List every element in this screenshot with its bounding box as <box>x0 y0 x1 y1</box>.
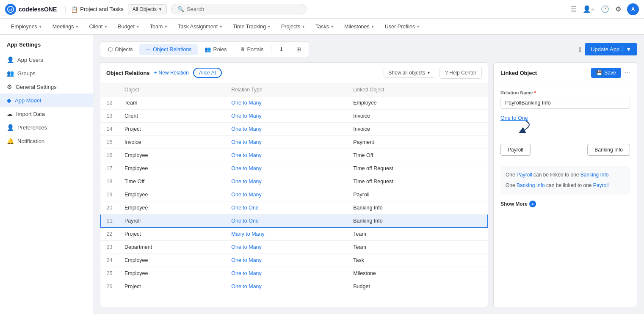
show-all-dropdown[interactable]: Show all objects ▼ <box>384 68 435 78</box>
table-row[interactable]: 14 Project One to Many Invoice <box>101 123 488 136</box>
table-row[interactable]: 22 Project Many to Many Team <box>101 228 488 241</box>
cell-relation-type[interactable]: One to Many <box>225 254 347 267</box>
table-section: Object Relations + New Relation Alice AI… <box>100 62 488 307</box>
show-more-button[interactable]: Show More + <box>500 201 630 207</box>
table-row[interactable]: 18 Time Off One to Many Time off Request <box>101 175 488 188</box>
cell-relation-type[interactable]: One to One <box>225 201 347 215</box>
cell-relation-type[interactable]: One to Many <box>225 110 347 123</box>
cell-linked-object: Team <box>347 228 487 241</box>
more-button[interactable]: ··· <box>625 69 630 77</box>
tab-grid[interactable]: ⊞ <box>290 44 307 55</box>
all-objects-dropdown[interactable]: All Objects ▼ <box>128 4 167 14</box>
table-row[interactable]: 24 Employee One to Many Task <box>101 254 488 267</box>
panel-header: Linked Object 💾 Save ··· <box>494 63 637 83</box>
search-box[interactable]: 🔍 <box>171 4 307 14</box>
table-row[interactable]: 20 Employee One to One Banking Info <box>101 201 488 215</box>
description-line-2: One Banking Info can be linked to one Pa… <box>506 182 625 190</box>
cell-relation-type[interactable]: One to Many <box>225 149 347 162</box>
cell-linked-object: Banking Info <box>347 201 487 215</box>
tab-download[interactable]: ⬇ <box>273 44 290 55</box>
table-row[interactable]: 19 Employee One to Many Payroll <box>101 188 488 201</box>
save-button[interactable]: 💾 Save <box>591 68 621 78</box>
tab-objects[interactable]: ⬡ Objects <box>102 44 138 55</box>
help-center-button[interactable]: ? Help Center <box>439 67 482 79</box>
nav-projects[interactable]: Projects ▼ <box>277 21 310 32</box>
table-row[interactable]: 16 Employee One to Many Time Off <box>101 149 488 162</box>
sidebar-item-general-settings[interactable]: ⚙ General Settings <box>0 80 93 94</box>
table-row[interactable]: 21 Payroll One to One Banking Info <box>101 215 488 228</box>
tab-object-relations[interactable]: ↔ Object Relations <box>139 44 197 55</box>
tab-portals[interactable]: 🖥 Portals <box>234 44 270 55</box>
sidebar-item-app-users[interactable]: 👤 App Users <box>0 53 93 66</box>
cell-num: 22 <box>101 228 119 241</box>
relation-type-link[interactable]: One to One <box>500 115 528 121</box>
nav-budget[interactable]: Budget ▼ <box>113 21 144 32</box>
cell-relation-type[interactable]: One to Many <box>225 241 347 254</box>
nav-team[interactable]: Team ▼ <box>146 21 172 32</box>
desc2-link1[interactable]: Banking Info <box>517 182 545 188</box>
tab-roles[interactable]: 👥 Roles <box>199 44 233 55</box>
avatar[interactable]: A <box>627 3 639 15</box>
desc1-link2[interactable]: Banking Info <box>580 172 609 178</box>
cell-relation-type[interactable]: One to Many <box>225 136 347 149</box>
nav-user-profiles[interactable]: User Profiles ▼ <box>381 21 424 32</box>
desc1-link1[interactable]: Payroll <box>517 172 532 178</box>
panel-actions: 💾 Save ··· <box>591 68 630 78</box>
relation-name-input[interactable] <box>500 97 630 109</box>
cell-relation-type[interactable]: One to Many <box>225 267 347 280</box>
save-icon: 💾 <box>596 70 603 76</box>
new-relation-button[interactable]: + New Relation <box>154 70 189 76</box>
table-row[interactable]: 17 Employee One to Many Time off Request <box>101 162 488 175</box>
chevron-icon: ▼ <box>39 25 42 29</box>
sidebar-item-app-model[interactable]: ◆ App Model <box>0 94 93 107</box>
sidebar-item-import-data[interactable]: ☁ Import Data <box>0 107 93 121</box>
cell-relation-type[interactable]: Many to Many <box>225 228 347 241</box>
nav-employees[interactable]: Employees ▼ <box>7 21 47 32</box>
cell-relation-type[interactable]: One to Many <box>225 162 347 175</box>
info-icon[interactable]: ℹ <box>579 46 581 53</box>
nav-task-assignment[interactable]: Task Assignment ▼ <box>174 21 227 32</box>
sidebar-item-notification[interactable]: 🔔 Notification <box>0 134 93 148</box>
nav-user-profiles-label: User Profiles <box>385 24 415 30</box>
table-row[interactable]: 13 Client One to Many Invoice <box>101 110 488 123</box>
cell-relation-type[interactable]: One to Many <box>225 175 347 188</box>
cell-object: Payroll <box>119 215 225 228</box>
panel-title: Linked Object <box>500 70 537 76</box>
settings-icon[interactable]: ⚙ <box>615 5 621 13</box>
search-input[interactable] <box>187 6 300 12</box>
alice-ai-button[interactable]: Alice AI <box>193 68 222 78</box>
show-more-label: Show More <box>500 201 528 207</box>
nav-tasks[interactable]: Tasks ▼ <box>311 21 338 32</box>
project-icon: 📋 <box>71 6 78 13</box>
user-add-icon[interactable]: 👤+ <box>583 5 595 13</box>
nav-milestones[interactable]: Milestones ▼ <box>340 21 379 32</box>
project-tag[interactable]: 📋 Project and Tasks <box>65 6 123 13</box>
tab-objects-label: Objects <box>115 47 133 52</box>
table-row[interactable]: 25 Employee One to Many Milestone <box>101 267 488 280</box>
cell-relation-type[interactable]: One to Many <box>225 96 347 110</box>
sidebar-item-preferences[interactable]: 👤 Preferences <box>0 121 93 134</box>
brand-logo[interactable]: c1 codelessONE <box>5 4 57 15</box>
cell-relation-type[interactable]: One to Many <box>225 123 347 136</box>
nav-time-tracking[interactable]: Time Tracking ▼ <box>229 21 275 32</box>
top-nav: c1 codelessONE 📋 Project and Tasks All O… <box>0 0 644 19</box>
nav-client[interactable]: Client ▼ <box>85 21 112 32</box>
menu-icon[interactable]: ☰ <box>571 5 577 13</box>
person-icon: 👤 <box>7 124 14 131</box>
cell-relation-type[interactable]: One to Many <box>225 188 347 201</box>
cell-num: 16 <box>101 149 119 162</box>
table-container[interactable]: Object Relation Type Linked Object 12 Te… <box>100 83 488 307</box>
cell-relation-type[interactable]: One to Many <box>225 280 347 293</box>
sidebar-item-groups[interactable]: 👥 Groups <box>0 66 93 80</box>
table-row[interactable]: 23 Department One to Many Team <box>101 241 488 254</box>
sidebar-app-model-label: App Model <box>15 97 41 104</box>
desc2-link2[interactable]: Payroll <box>593 182 609 188</box>
table-row[interactable]: 26 Project One to Many Budget <box>101 280 488 293</box>
table-row[interactable]: 12 Team One to Many Employee <box>101 96 488 110</box>
history-icon[interactable]: 🕐 <box>601 5 609 13</box>
cell-relation-type[interactable]: One to One <box>225 215 347 228</box>
nav-meetings[interactable]: Meetings ▼ <box>48 21 83 32</box>
table-row[interactable]: 15 Invoice One to Many Payment <box>101 136 488 149</box>
update-app-button[interactable]: Update App ▼ <box>585 43 637 55</box>
description-line-1: One Payroll can be linked to one Banking… <box>506 171 625 179</box>
